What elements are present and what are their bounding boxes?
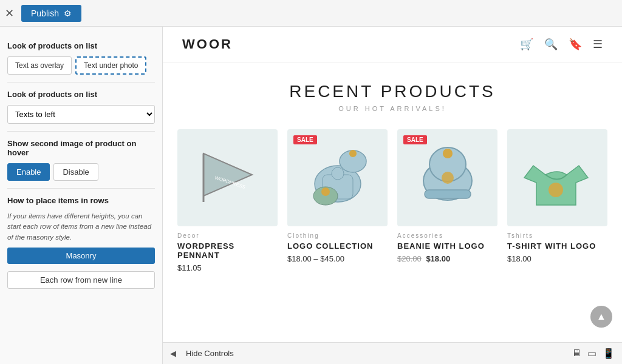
section-second-image: Show second image of product on hover En… [7,132,155,189]
price-sale-beanie: $18.00 [426,254,450,263]
main-layout: Look of products on list Text as overlay… [0,27,622,364]
product-image-logo-collection[interactable]: SALE [287,129,388,226]
product-category-logo-collection: Clothing [287,232,388,239]
look-products-dropdown[interactable]: Texts to left Texts below Texts to right [7,105,155,124]
product-category-pennant: Decor [177,232,278,239]
svg-point-13 [443,149,453,158]
svg-point-9 [321,187,330,196]
svg-marker-0 [203,153,252,196]
product-category-beanie: Accessories [397,232,497,239]
each-row-new-line-button[interactable]: Each row from new line [7,271,155,289]
svg-point-5 [332,167,344,180]
products-area: RECENT PRODUCTS OUR HOT ARRIVALS! WORDPR… [163,62,622,292]
tshirt-svg [518,141,597,214]
cart-icon[interactable]: 🛒 [520,38,533,51]
product-price-tshirt: $18.00 [507,254,607,263]
product-name-beanie: BEANIE WITH LOGO [397,241,497,251]
text-under-photo-button[interactable]: Text under photo [75,56,146,75]
svg-point-7 [349,150,357,157]
tablet-view-icon[interactable]: ▭ [587,348,596,359]
mobile-view-icon[interactable]: 📱 [603,348,615,359]
section2-title: Look of products on list [7,90,155,99]
enable-button[interactable]: Enable [7,163,50,181]
section1-title: Look of products on list [7,41,155,50]
section4-desc: If your items have different heights, yo… [7,211,155,243]
section-look-products-dropdown: Look of products on list Texts to left T… [7,83,155,132]
product-price-beanie: $20.00 $18.00 [397,254,497,263]
close-icon: ✕ [5,7,14,19]
product-card-logo-collection: SALE [287,129,388,272]
section-look-products-buttons: Look of products on list Text as overlay… [7,34,155,83]
chevron-left-icon: ◀ [170,349,176,358]
products-title: RECENT PRODUCTS [177,82,607,101]
menu-icon[interactable]: ☰ [593,38,603,51]
publish-label: Publish [31,8,59,18]
product-name-logo-collection: LOGO COLLECTION [287,241,388,251]
section-place-items: How to place items in rows If your items… [7,189,155,296]
price-original-beanie: $20.00 [397,254,422,263]
row-style-buttons: Masonry Each row from new line [7,248,155,289]
section3-title: Show second image of product on hover [7,139,155,157]
beanie-svg [411,141,484,214]
masonry-button[interactable]: Masonry [7,248,155,264]
svg-point-15 [549,183,563,197]
bookmark-icon[interactable]: 🔖 [569,38,582,51]
products-subheading: OUR HOT ARRIVALS! [177,105,607,112]
sale-badge-logo: SALE [293,135,317,144]
store-logo: WOOR [182,36,233,52]
product-card-beanie: SALE Accessories BEANIE WITH LOGO [397,129,497,272]
look-button-group: Text as overlay Text under photo [7,56,155,75]
svg-rect-11 [425,190,471,198]
product-image-pennant[interactable]: WORDPRESS [177,129,278,226]
product-price-pennant: $11.05 [177,263,278,272]
disable-button[interactable]: Disable [53,163,98,181]
store-nav-icons: 🛒 🔍 🔖 ☰ [520,38,603,51]
logo-collection-svg [298,138,377,217]
close-button[interactable]: ✕ [5,7,14,20]
section4-title: How to place items in rows [7,196,155,205]
pennant-svg: WORDPRESS [191,141,264,214]
publish-button[interactable]: Publish ⚙ [21,5,81,22]
product-image-beanie[interactable]: SALE [397,129,497,226]
products-grid: WORDPRESS Decor WORDPRESS PENNANT $11.05… [177,129,607,272]
right-content: WOOR 🛒 🔍 🔖 ☰ RECENT PRODUCTS OUR HOT ARR… [163,27,622,342]
product-category-tshirt: Tshirts [507,232,607,239]
store-header: WOOR 🛒 🔍 🔖 ☰ [163,27,622,62]
topbar: ✕ Publish ⚙ [0,0,622,27]
sale-badge-beanie: SALE [403,135,427,144]
desktop-view-icon[interactable]: 🖥 [572,348,581,359]
product-name-pennant: WORDPRESS PENNANT [177,241,278,260]
product-image-tshirt[interactable] [507,129,607,226]
hide-controls-button[interactable]: Hide Controls [186,349,234,358]
search-icon[interactable]: 🔍 [544,38,558,51]
hover-toggle-group: Enable Disable [7,163,155,181]
product-price-logo-collection: $18.00 – $45.00 [287,254,388,263]
left-panel: Look of products on list Text as overlay… [0,27,163,364]
scroll-to-top-button[interactable]: ▲ [590,306,612,328]
right-side: WOOR 🛒 🔍 🔖 ☰ RECENT PRODUCTS OUR HOT ARR… [163,27,622,364]
product-name-tshirt: T-SHIRT WITH LOGO [507,241,607,251]
bottom-bar: ◀ Hide Controls 🖥 ▭ 📱 [163,342,622,364]
product-card-pennant: WORDPRESS Decor WORDPRESS PENNANT $11.05 [177,129,278,272]
text-as-overlay-button[interactable]: Text as overlay [7,56,72,75]
svg-point-14 [442,172,454,184]
gear-icon: ⚙ [64,8,72,18]
product-card-tshirt: Tshirts T-SHIRT WITH LOGO $18.00 [507,129,607,272]
view-icons: 🖥 ▭ 📱 [572,348,615,359]
hide-controls-label: Hide Controls [186,349,234,358]
products-heading: RECENT PRODUCTS [177,82,607,101]
